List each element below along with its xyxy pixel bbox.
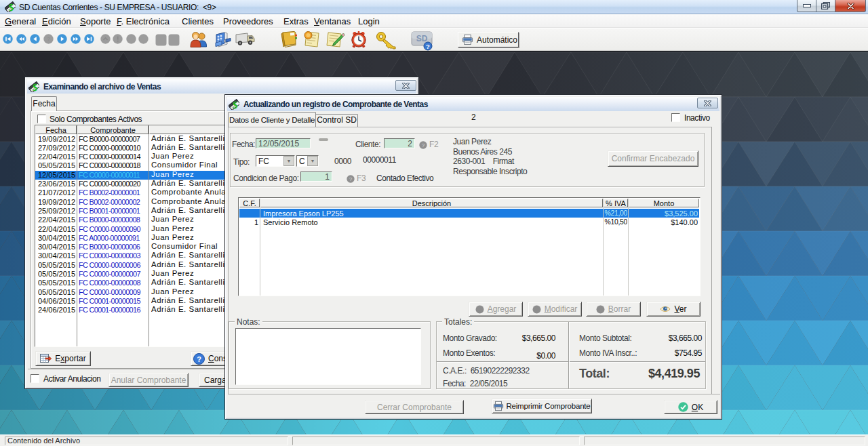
svg-text:?: ?: [349, 176, 353, 182]
svg-text:?: ?: [426, 43, 430, 50]
svg-text:?: ?: [197, 354, 201, 363]
svg-text:$: $: [233, 100, 237, 110]
svg-text:$: $: [33, 83, 37, 92]
svg-text:?: ?: [422, 142, 425, 148]
svg-text:$: $: [9, 3, 14, 12]
svg-text:?: ?: [47, 36, 50, 42]
